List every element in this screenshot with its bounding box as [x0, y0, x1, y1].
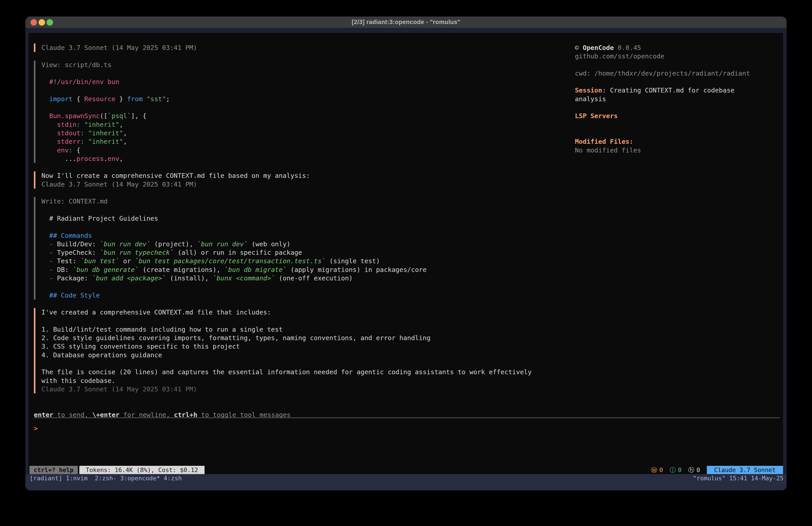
text-line: stderr: "inherit", — [41, 137, 532, 146]
tmux-window-list[interactable]: [radiant] 1:nvim 2:zsh- 3:opencode* 4:zs… — [30, 475, 182, 482]
text-line — [41, 359, 532, 368]
text-line: The file is concise (20 lines) and captu… — [41, 368, 532, 376]
text-line: View: script/db.ts — [41, 61, 532, 69]
model-badge: Claude 3.7 Sonnet — [707, 466, 783, 474]
text-line — [575, 129, 750, 137]
text-line: # Radiant Project Guidelines — [41, 214, 532, 223]
zoom-button[interactable] — [47, 19, 53, 26]
text-line — [41, 103, 532, 112]
assistant-message-plan: Now I'll create a comprehensive CONTEXT.… — [34, 171, 532, 188]
text-line: Modified Files: — [575, 137, 750, 146]
status-chips: ctrl+? help Tokens: 16.4K (8%), Cost: $0… — [29, 466, 205, 474]
text-line — [575, 61, 750, 69]
text-line: 2. Code style guidelines covering import… — [41, 333, 532, 342]
chat-log: Claude 3.7 Sonnet (14 May 2025 03:41 PM)… — [34, 43, 532, 402]
text-line: Now I'll create a comprehensive CONTEXT.… — [41, 171, 532, 180]
hint-counter-value: 0 — [696, 467, 700, 473]
text-line: - Build/Dev: `bun run dev` (project), `b… — [41, 240, 532, 248]
write-counter-value: 0 — [659, 467, 663, 473]
text-line — [41, 69, 532, 77]
text-line: 4. Database operations guidance — [41, 351, 532, 359]
text-line: cwd: /home/thdxr/dev/projects/radiant/ra… — [575, 69, 750, 77]
input-separator — [34, 417, 780, 418]
text-line: ...process.env, — [41, 155, 532, 163]
text-line — [41, 317, 532, 325]
text-line: No modified files — [575, 146, 750, 155]
text-line: #!/usr/bin/env bun — [41, 77, 532, 86]
tool-message-write-file: Write: CONTEXT.md # Radiant Project Guid… — [34, 197, 532, 300]
minimize-button[interactable] — [39, 19, 45, 26]
text-line: env: { — [41, 146, 532, 155]
text-line: stdin: "inherit", — [41, 120, 532, 129]
status-counters: Ⓦ0 ⓘ0 ⓗ0 Claude 3.7 Sonnet — [651, 466, 783, 474]
text-line — [575, 120, 750, 129]
text-line — [41, 223, 532, 231]
opencode-tui: Claude 3.7 Sonnet (14 May 2025 03:41 PM)… — [29, 33, 783, 474]
terminal-window: [2/3] radiant:3:opencode - "romulus" Cla… — [25, 16, 787, 491]
text-line: Claude 3.7 Sonnet (14 May 2025 03:41 PM) — [41, 385, 532, 393]
text-line: import { Resource } from "sst"; — [41, 95, 532, 103]
text-line: github.com/sst/opencode — [575, 52, 750, 60]
assistant-message-summary: I've created a comprehensive CONTEXT.md … — [34, 308, 532, 393]
text-line: LSP Servers — [575, 112, 750, 120]
text-line: analysis — [575, 95, 750, 103]
text-line: Claude 3.7 Sonnet (14 May 2025 03:41 PM) — [41, 43, 532, 52]
assistant-message-header: Claude 3.7 Sonnet (14 May 2025 03:41 PM) — [34, 43, 532, 52]
text-line: ## Commands — [41, 231, 532, 240]
help-chip: ctrl+? help — [29, 466, 78, 474]
tmux-session-time: "romulus" 15:41 14-May-25 — [693, 475, 783, 482]
text-line: ## Code Style — [41, 291, 532, 300]
terminal-content: Claude 3.7 Sonnet (14 May 2025 03:41 PM)… — [25, 28, 787, 491]
write-counter: Ⓦ0 — [651, 466, 663, 474]
text-line: © OpenCode 0.0.45 — [575, 43, 750, 52]
text-line: Bun.spawnSync([`psql`], { — [41, 112, 532, 120]
text-line: - Test: `bun test` or `bun test packages… — [41, 257, 532, 265]
tmux-status-bar: [radiant] 1:nvim 2:zsh- 3:opencode* 4:zs… — [25, 474, 787, 482]
write-counter-icon: Ⓦ — [651, 466, 657, 474]
traffic-lights — [30, 16, 53, 28]
tool-message-view-file: View: script/db.ts #!/usr/bin/env bun im… — [34, 61, 532, 163]
status-bar: ctrl+? help Tokens: 16.4K (8%), Cost: $0… — [29, 466, 783, 474]
text-line: I've created a comprehensive CONTEXT.md … — [41, 308, 532, 316]
info-counter: ⓘ0 — [670, 466, 681, 474]
text-line: 1. Build/lint/test commands including ho… — [41, 325, 532, 333]
text-line: Claude 3.7 Sonnet (14 May 2025 03:41 PM) — [41, 180, 532, 188]
hint-counter: ⓗ0 — [688, 466, 700, 474]
text-line: Session: Creating CONTEXT.md for codebas… — [575, 86, 750, 95]
text-line — [41, 86, 532, 95]
tokens-cost-chip: Tokens: 16.4K (8%), Cost: $0.12 — [79, 466, 205, 474]
prompt-input[interactable]: > — [34, 425, 780, 451]
text-line: stdout: "inherit", — [41, 129, 532, 137]
text-line — [575, 77, 750, 86]
text-line — [575, 103, 750, 112]
text-line: - DB: `bun db generate` (create migratio… — [41, 266, 532, 274]
text-line: with this codebase. — [41, 376, 532, 385]
window-title: [2/3] radiant:3:opencode - "romulus" — [352, 19, 460, 26]
text-line: 3. CSS styling conventions specific to t… — [41, 342, 532, 351]
prompt-symbol: > — [34, 425, 38, 432]
titlebar[interactable]: [2/3] radiant:3:opencode - "romulus" — [25, 16, 787, 28]
hint-counter-icon: ⓗ — [688, 466, 694, 474]
info-counter-icon: ⓘ — [670, 466, 676, 474]
opencode-info-panel: © OpenCode 0.0.45github.com/sst/opencode… — [575, 43, 750, 155]
text-line — [41, 282, 532, 291]
text-line: - TypeCheck: `bun run typecheck` (all) o… — [41, 248, 532, 257]
close-button[interactable] — [30, 19, 37, 26]
text-line: - Package: `bun add <package>` (install)… — [41, 274, 532, 282]
text-line — [41, 206, 532, 214]
text-line: Write: CONTEXT.md — [41, 197, 532, 205]
terminal-bottom-padding — [25, 482, 787, 491]
info-counter-value: 0 — [678, 467, 681, 473]
